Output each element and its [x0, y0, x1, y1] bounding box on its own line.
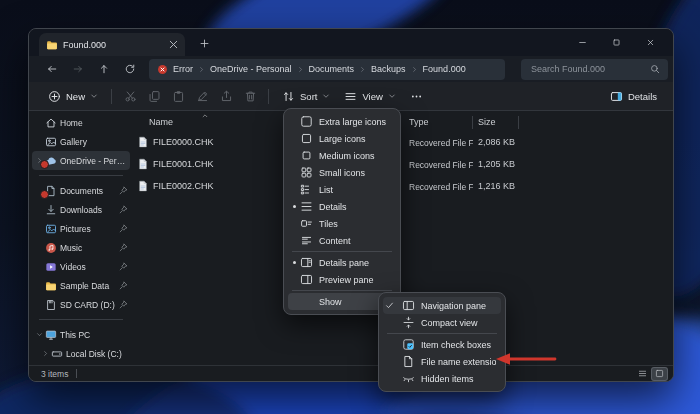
menu-item-compact-view[interactable]: Compact view	[383, 314, 501, 331]
list-icon	[300, 183, 313, 196]
minimize-button[interactable]	[565, 29, 599, 55]
thumbnail-view-toggle[interactable]	[652, 368, 667, 380]
sidebar-item-label: Gallery	[60, 137, 128, 147]
sidebar-item-pictures[interactable]: Pictures	[32, 219, 130, 238]
menu-item-file-name-extensions[interactable]: File name extensions	[383, 353, 501, 370]
sidebar-item-downloads[interactable]: Downloads	[32, 200, 130, 219]
menu-item-medium-icons[interactable]: Medium icons	[288, 147, 396, 164]
menu-item-details[interactable]: Details	[288, 198, 396, 215]
menu-item-hidden-items[interactable]: Hidden items	[383, 370, 501, 387]
details-pane-toggle-icon	[610, 90, 623, 103]
small-icons-icon	[300, 166, 313, 179]
sidebar-item-videos[interactable]: Videos	[32, 257, 130, 276]
share-icon	[220, 90, 233, 103]
rename-button[interactable]	[190, 85, 214, 107]
file-row-file0002-chk[interactable]: FILE0002.CHKRecovered File Fra...1,216 K…	[133, 175, 673, 197]
sidebar-item-sd-card-d[interactable]: SD CARD (D:)	[32, 295, 130, 314]
back-icon	[46, 63, 58, 75]
disk-icon	[51, 348, 63, 360]
share-button[interactable]	[214, 85, 238, 107]
new-button[interactable]: New	[41, 85, 105, 107]
sidebar-item-home[interactable]: Home	[32, 113, 130, 132]
gallery-icon	[45, 136, 57, 148]
menu-item-item-check-boxes[interactable]: Item check boxes	[383, 336, 501, 353]
breadcrumb-item-documents[interactable]: Documents	[309, 64, 355, 74]
chevron-down-icon	[90, 92, 98, 100]
search-box[interactable]	[521, 59, 668, 80]
breadcrumb-item-found-000[interactable]: Found.000	[423, 64, 466, 74]
menu-item-details-pane[interactable]: Details pane	[288, 254, 396, 271]
breadcrumb-item-onedrive-personal[interactable]: OneDrive - Personal	[210, 64, 292, 74]
sidebar-item-sample-data[interactable]: Sample Data	[32, 276, 130, 295]
column-separator[interactable]	[518, 116, 519, 129]
sort-button[interactable]: Sort	[275, 85, 337, 107]
sidebar-item-documents[interactable]: Documents	[32, 181, 130, 200]
tab-title: Found.000	[63, 40, 162, 50]
paste-button[interactable]	[166, 85, 190, 107]
medium-icons-icon	[300, 149, 313, 162]
forward-button[interactable]	[67, 59, 89, 79]
toolbar-actions	[118, 85, 262, 107]
menu-separator	[387, 333, 497, 334]
sidebar-item-onedrive-personal[interactable]: OneDrive - Personal	[32, 151, 130, 170]
sidebar-item-this-pc[interactable]: This PC	[32, 325, 130, 344]
menu-item-preview-pane[interactable]: Preview pane	[288, 271, 396, 288]
column-header-name[interactable]: Name	[149, 117, 173, 127]
navigation-pane-icon	[402, 299, 415, 312]
check-icon	[383, 301, 395, 310]
expander-spacer	[34, 223, 45, 234]
chevron-right-icon	[198, 66, 205, 73]
sidebar-item-gallery[interactable]: Gallery	[32, 132, 130, 151]
close-button[interactable]	[633, 29, 667, 55]
refresh-button[interactable]	[119, 59, 141, 79]
search-input[interactable]	[529, 63, 650, 75]
menu-separator	[292, 290, 392, 291]
sidebar-item-label: This PC	[60, 330, 128, 340]
column-separator[interactable]	[472, 116, 473, 129]
tab-close-icon[interactable]	[167, 38, 180, 51]
breadcrumb[interactable]: ErrorOneDrive - PersonalDocumentsBackups…	[149, 59, 505, 80]
details-view-toggle[interactable]	[635, 368, 650, 380]
annotation-arrow-icon	[495, 352, 557, 366]
sidebar-item-label: Videos	[60, 262, 118, 272]
menu-item-small-icons[interactable]: Small icons	[288, 164, 396, 181]
menu-item-large-icons[interactable]: Large icons	[288, 130, 396, 147]
menu-item-extra-large-icons[interactable]: Extra large icons	[288, 113, 396, 130]
address-bar-row: ErrorOneDrive - PersonalDocumentsBackups…	[29, 56, 673, 82]
menu-item-content[interactable]: Content	[288, 232, 396, 249]
file-name: FILE0001.CHK	[153, 159, 214, 169]
menu-item-label: Details pane	[319, 258, 391, 268]
up-button[interactable]	[93, 59, 115, 79]
expander-spacer	[34, 204, 45, 215]
up-icon	[98, 63, 110, 75]
column-header-type[interactable]: Type	[409, 117, 429, 127]
sidebar-item-music[interactable]: Music	[32, 238, 130, 257]
breadcrumb-item-error[interactable]: Error	[173, 64, 193, 74]
sidebar-item-local-disk-c[interactable]: Local Disk (C:)	[32, 344, 130, 363]
file-row-file0001-chk[interactable]: FILE0001.CHKRecovered File Fra...1,205 K…	[133, 153, 673, 175]
view-button[interactable]: View	[337, 85, 402, 107]
file-icon	[137, 136, 149, 148]
new-tab-button[interactable]	[194, 34, 214, 54]
copy-button[interactable]	[142, 85, 166, 107]
explorer-tab[interactable]: Found.000	[39, 33, 185, 56]
menu-item-navigation-pane[interactable]: Navigation pane	[383, 297, 501, 314]
breadcrumb-item-backups[interactable]: Backups	[371, 64, 406, 74]
menu-item-tiles[interactable]: Tiles	[288, 215, 396, 232]
more-options-button[interactable]	[403, 85, 430, 107]
chevron-down-small-icon[interactable]	[34, 329, 45, 340]
chevron-down-icon	[388, 92, 396, 100]
sidebar-separator	[39, 319, 123, 320]
details-pane-button[interactable]: Details	[606, 90, 661, 103]
delete-button[interactable]	[238, 85, 262, 107]
cut-button[interactable]	[118, 85, 142, 107]
back-button[interactable]	[41, 59, 63, 79]
chevron-right-small-icon[interactable]	[40, 348, 51, 359]
menu-item-list[interactable]: List	[288, 181, 396, 198]
column-header-size[interactable]: Size	[478, 117, 496, 127]
pin-icon	[119, 243, 128, 252]
view-dropdown-menu: Extra large iconsLarge iconsMedium icons…	[283, 108, 401, 315]
maximize-button[interactable]	[599, 29, 633, 55]
file-row-file0000-chk[interactable]: FILE0000.CHKRecovered File Fra...2,086 K…	[133, 131, 673, 153]
selected-bullet	[288, 205, 300, 208]
